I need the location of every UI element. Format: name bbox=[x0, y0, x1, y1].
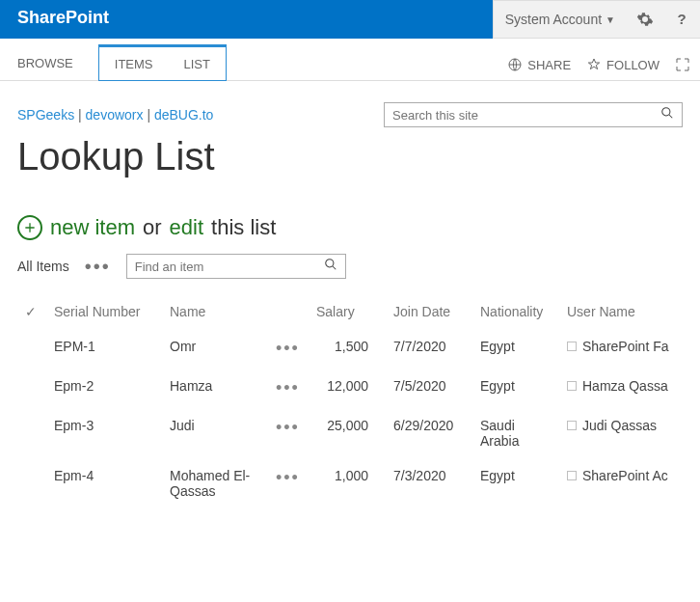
presence-icon bbox=[567, 342, 577, 351]
cell-join: 7/3/2020 bbox=[386, 458, 472, 508]
cell-join: 7/7/2020 bbox=[386, 329, 472, 369]
presence-icon bbox=[567, 421, 577, 430]
presence-icon bbox=[567, 381, 577, 391]
follow-button[interactable]: FOLLOW bbox=[586, 57, 660, 72]
find-item-input[interactable] bbox=[127, 260, 316, 274]
cell-salary: 1,000 bbox=[309, 458, 386, 508]
breadcrumb-sep: | bbox=[78, 107, 86, 123]
col-serial[interactable]: Serial Number bbox=[46, 298, 162, 329]
cell-salary: 12,000 bbox=[309, 369, 386, 408]
suite-bar: SharePoint System Account ▼ ? bbox=[0, 0, 700, 39]
cell-join: 7/5/2020 bbox=[386, 369, 472, 408]
cell-serial: Epm-2 bbox=[46, 369, 162, 408]
row-menu-button[interactable]: ••• bbox=[268, 458, 309, 508]
row-menu-button[interactable]: ••• bbox=[268, 369, 309, 408]
account-name: System Account bbox=[505, 12, 602, 27]
table-row[interactable]: Epm-3Judi•••25,0006/29/2020Saudi ArabiaJ… bbox=[17, 408, 683, 458]
col-name[interactable]: Name bbox=[162, 298, 268, 329]
svg-point-2 bbox=[325, 260, 333, 267]
tab-items[interactable]: ITEMS bbox=[99, 47, 169, 80]
site-search-button[interactable] bbox=[653, 106, 682, 123]
new-item-or: or bbox=[143, 215, 162, 240]
cell-salary: 25,000 bbox=[309, 408, 386, 458]
cell-nat: Egypt bbox=[472, 369, 559, 408]
view-filter-row: All Items ••• bbox=[17, 254, 683, 279]
cell-user[interactable]: SharePoint Fa bbox=[559, 329, 683, 369]
tab-browse[interactable]: BROWSE bbox=[0, 44, 91, 80]
cell-salary: 1,500 bbox=[309, 329, 386, 369]
new-item-link[interactable]: new item bbox=[50, 215, 135, 240]
table-row[interactable]: Epm-2Hamza•••12,0007/5/2020EgyptHamza Qa… bbox=[17, 369, 683, 408]
add-item-button[interactable] bbox=[17, 215, 42, 240]
table-row[interactable]: EPM-1Omr•••1,5007/7/2020EgyptSharePoint … bbox=[17, 329, 683, 369]
cell-nat: Saudi Arabia bbox=[472, 408, 559, 458]
ribbon-row: BROWSE ITEMS LIST SHARE FOLLOW bbox=[0, 39, 700, 81]
row-menu-button[interactable]: ••• bbox=[268, 329, 309, 369]
presence-icon bbox=[567, 471, 577, 480]
row-select[interactable] bbox=[17, 408, 46, 458]
breadcrumb-link-1[interactable]: SPGeeks bbox=[17, 107, 74, 123]
fullscreen-button[interactable] bbox=[675, 57, 690, 72]
account-menu[interactable]: System Account ▼ bbox=[494, 12, 627, 27]
col-user[interactable]: User Name bbox=[559, 298, 683, 329]
row-select[interactable] bbox=[17, 329, 46, 369]
cell-join: 6/29/2020 bbox=[386, 408, 472, 458]
cell-nat: Egypt bbox=[472, 329, 559, 369]
breadcrumb-link-3[interactable]: deBUG.to bbox=[154, 107, 213, 123]
table-header-row: ✓ Serial Number Name Salary Join Date Na… bbox=[17, 298, 683, 329]
table-row[interactable]: Epm-4Mohamed El-Qassas•••1,0007/3/2020Eg… bbox=[17, 458, 683, 508]
cell-nat: Egypt bbox=[472, 458, 559, 508]
search-icon bbox=[324, 258, 337, 271]
settings-button[interactable] bbox=[627, 11, 663, 28]
breadcrumb-link-2[interactable]: devoworx bbox=[86, 107, 144, 123]
col-salary[interactable]: Salary bbox=[309, 298, 386, 329]
row-menu-button[interactable]: ••• bbox=[268, 408, 309, 458]
find-item-box bbox=[126, 254, 346, 279]
user-link[interactable]: SharePoint Ac bbox=[582, 468, 668, 483]
view-name[interactable]: All Items bbox=[17, 259, 69, 274]
cell-name[interactable]: Hamza bbox=[162, 369, 268, 408]
new-item-suffix: this list bbox=[211, 215, 276, 240]
new-item-row: new item or edit this list bbox=[17, 215, 683, 240]
gear-icon bbox=[636, 11, 654, 28]
cell-serial: EPM-1 bbox=[46, 329, 162, 369]
user-link[interactable]: Judi Qassas bbox=[582, 418, 657, 433]
tab-list[interactable]: LIST bbox=[169, 47, 226, 80]
breadcrumb-sep: | bbox=[147, 107, 154, 123]
list-table: ✓ Serial Number Name Salary Join Date Na… bbox=[17, 298, 683, 508]
col-menu bbox=[268, 298, 309, 329]
breadcrumb-row: SPGeeks | devoworx | deBUG.to bbox=[17, 102, 683, 127]
svg-text:?: ? bbox=[678, 11, 687, 27]
user-link[interactable]: SharePoint Fa bbox=[582, 339, 669, 354]
cell-name[interactable]: Omr bbox=[162, 329, 268, 369]
page-title: Lookup List bbox=[17, 135, 683, 178]
follow-label: FOLLOW bbox=[606, 58, 660, 72]
view-menu-button[interactable]: ••• bbox=[85, 256, 111, 278]
find-item-button[interactable] bbox=[316, 258, 345, 275]
cell-user[interactable]: SharePoint Ac bbox=[559, 458, 683, 508]
cell-name[interactable]: Judi bbox=[162, 408, 268, 458]
fullscreen-icon bbox=[675, 57, 690, 72]
cell-user[interactable]: Judi Qassas bbox=[559, 408, 683, 458]
star-icon bbox=[586, 57, 602, 72]
edit-list-link[interactable]: edit bbox=[170, 215, 203, 240]
cell-serial: Epm-3 bbox=[46, 408, 162, 458]
row-select[interactable] bbox=[17, 369, 46, 408]
caret-down-icon: ▼ bbox=[606, 14, 615, 25]
site-search bbox=[384, 102, 683, 127]
help-button[interactable]: ? bbox=[663, 11, 700, 28]
search-icon bbox=[660, 106, 674, 120]
row-select[interactable] bbox=[17, 458, 46, 508]
share-label: SHARE bbox=[527, 58, 571, 72]
site-search-input[interactable] bbox=[385, 108, 653, 123]
help-icon: ? bbox=[673, 11, 690, 28]
cell-name[interactable]: Mohamed El-Qassas bbox=[162, 458, 268, 508]
col-join[interactable]: Join Date bbox=[386, 298, 472, 329]
svg-point-1 bbox=[662, 108, 670, 116]
cell-serial: Epm-4 bbox=[46, 458, 162, 508]
select-all-header[interactable]: ✓ bbox=[17, 298, 46, 329]
col-nat[interactable]: Nationality bbox=[472, 298, 559, 329]
cell-user[interactable]: Hamza Qassa bbox=[559, 369, 683, 408]
share-button[interactable]: SHARE bbox=[507, 57, 571, 72]
user-link[interactable]: Hamza Qassa bbox=[582, 378, 668, 394]
